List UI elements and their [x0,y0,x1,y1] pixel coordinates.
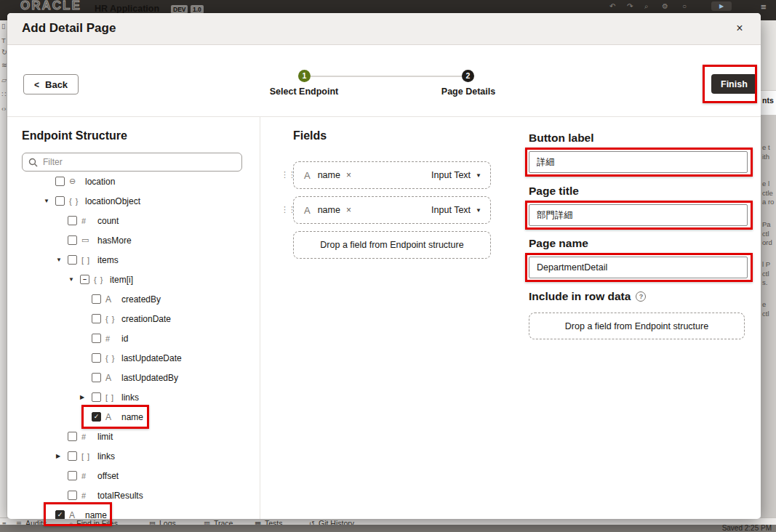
dialog-header: Add Detail Page × [7,13,761,45]
field-card[interactable]: Aname×Input Text▼ [293,161,491,189]
tree-item-hasMore[interactable]: ▭hasMore [7,230,260,250]
clipped-background-text: ctle [762,189,773,197]
tree-item-creationDate[interactable]: { }creationDate [7,309,260,329]
finish-button[interactable]: Finish [711,74,757,94]
footer-tab-logs[interactable]: ▤Logs [149,519,176,525]
footer-tab-git-history[interactable]: ↺Git History [309,519,354,525]
expand-arrow-icon[interactable]: ▶ [56,453,68,459]
tree-checkbox[interactable] [55,177,65,186]
drag-handle[interactable]: ⋮⋮ [281,205,288,214]
box-icon[interactable]: ▱ [1,76,7,84]
tree-checkbox[interactable] [92,334,101,343]
array-type-icon: [ ] [81,452,96,461]
help-icon[interactable]: ? [636,291,646,302]
search-icon[interactable]: ⌕ [644,2,649,11]
tree-item-label: createdBy [121,294,161,305]
footer-tab-tests[interactable]: ▦Tests [255,519,283,525]
tree-item-label: links [97,451,115,462]
tree-checkbox[interactable] [92,353,101,363]
expand-arrow-icon[interactable]: ▶ [80,394,92,400]
tree-item-lastUpdatedBy[interactable]: AlastUpdatedBy [7,368,260,387]
field-control-select[interactable]: Input Text▼ [431,170,481,180]
clipped-background-text: l P [762,260,770,268]
tree-checkbox[interactable] [92,314,101,323]
tree-item-links[interactable]: ▶[ ]links [7,446,260,466]
tree-item-items[interactable]: ▼[ ]items [7,250,260,270]
filter-input[interactable] [43,157,241,167]
tree-checkbox[interactable] [92,392,101,402]
menu-icon[interactable]: ≡ [761,2,767,12]
drag-handle[interactable]: ⋮⋮ [281,170,288,180]
lines-icon[interactable]: ≋ [1,61,7,70]
field-control-select[interactable]: Input Text▼ [431,205,481,215]
tree-item-id[interactable]: #id [7,329,260,348]
settings-icon[interactable]: ⚙ [662,2,668,11]
redo-icon[interactable]: ↷ [627,2,633,11]
array-type-icon: [ ] [81,256,96,265]
footer-tab-trace[interactable]: ▥Trace [204,519,233,525]
refresh-icon[interactable]: ↻ [1,48,7,57]
tree-item-limit[interactable]: #limit [7,427,260,446]
search-icon [28,158,38,167]
tree-checkbox[interactable]: – [80,275,89,284]
text-icon[interactable]: T [1,36,6,45]
remove-field-icon[interactable]: × [346,170,351,180]
row-data-drop-zone[interactable]: Drop a field from Endpoint structure [529,313,745,339]
fields-drop-zone[interactable]: Drop a field from Endpoint structure [293,231,491,259]
number-type-icon: # [81,432,96,441]
tree-item-location[interactable]: ⊖location [7,172,260,191]
tree-item-offset[interactable]: #offset [7,466,260,485]
page-title-input[interactable] [529,204,748,226]
tree-item-count[interactable]: #count [7,211,260,230]
tree-checkbox[interactable] [92,294,101,304]
close-icon[interactable]: × [732,20,748,36]
tree-checkbox[interactable] [68,235,77,245]
tree-item-label: offset [97,471,119,481]
tree-item-name[interactable]: ✓Aname [7,505,260,519]
footer-tab-audits[interactable]: ≣Audits [16,519,47,525]
tree-item-label: count [97,216,119,226]
tree-checkbox[interactable] [68,216,77,225]
tree-checkbox[interactable] [68,255,77,265]
device-icon[interactable]: ▯ [1,22,5,31]
tree-checkbox[interactable] [92,373,101,382]
undo-icon[interactable]: ↶ [609,2,615,11]
code-icon[interactable]: ‹› [1,105,6,113]
step-2-label: Page Details [417,86,519,97]
tree-checkbox[interactable] [68,471,77,480]
tree-item-label: location [85,177,115,187]
tree-item-links[interactable]: ▶[ ]links [7,387,260,407]
tree-item-locationObject[interactable]: ▼{ }locationObject [7,191,260,211]
panel-toggle-icon[interactable]: ≡ [2,519,7,525]
tree-checkbox[interactable] [68,432,77,441]
remove-field-icon[interactable]: × [346,205,351,215]
tree-checkbox[interactable] [68,491,77,500]
tree-checkbox[interactable]: ✓ [55,510,65,519]
footer-tab-label: Find in Files [76,519,118,525]
screen: ORACLE HR Application DEV 1.0 ↶↷⌕⚙○ ▶ ≡ … [0,0,776,532]
tree-item-createdBy[interactable]: AcreatedBy [7,289,260,309]
footer-tab-find-in-files[interactable]: ⌕Find in Files [69,519,118,525]
tree-checkbox[interactable]: ✓ [92,412,101,422]
tree-checkbox[interactable] [55,196,65,206]
avatar-icon[interactable]: ○ [682,2,687,11]
chevron-left-icon: < [34,80,39,90]
dots-icon[interactable]: ∷ [1,90,6,99]
clipped-background-text: ctl [762,310,769,318]
expand-arrow-icon[interactable]: ▼ [44,198,55,204]
tree-item-totalResults[interactable]: #totalResults [7,485,260,505]
page-name-input[interactable] [529,257,748,278]
tree-item-item[i][interactable]: ▼–{ }item[i] [7,270,260,289]
footer-tab-label: Audits [25,519,47,525]
filter-field[interactable] [22,153,242,172]
tree-item-lastUpdateDate[interactable]: { }lastUpdateDate [7,348,260,368]
button-label-input[interactable] [529,151,748,173]
expand-arrow-icon[interactable]: ▼ [68,276,80,283]
tree-item-name[interactable]: ✓Aname [7,407,260,427]
field-card[interactable]: Aname×Input Text▼ [293,196,491,224]
expand-arrow-icon[interactable]: ▼ [56,257,68,263]
back-button[interactable]: <Back [23,74,79,94]
play-icon[interactable]: ▶ [711,1,732,11]
chevron-down-icon: ▼ [476,172,481,179]
tree-checkbox[interactable] [68,451,77,461]
